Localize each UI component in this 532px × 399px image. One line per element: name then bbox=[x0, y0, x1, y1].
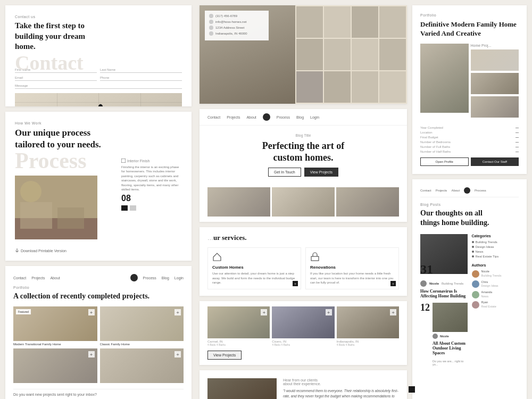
view-projects-btn[interactable]: View Projects bbox=[207, 351, 242, 360]
pf-nav-blog[interactable]: Blog bbox=[296, 115, 304, 119]
open-profile-button[interactable]: Open Profile bbox=[420, 157, 469, 166]
hero-thumb-1[interactable] bbox=[296, 6, 323, 38]
perfecting-date: Blog Title bbox=[210, 134, 396, 137]
hero-thumb-3[interactable] bbox=[352, 6, 378, 38]
hero-thumb-row-3 bbox=[296, 71, 406, 103]
blog-post-2-layout: 12 Nicole All About Custom Outdoor Livin… bbox=[420, 303, 468, 366]
cat-dot-2 bbox=[472, 246, 474, 248]
message-field[interactable]: Message bbox=[15, 84, 182, 89]
hero-thumb-8[interactable] bbox=[379, 39, 406, 70]
nav-process[interactable]: Process bbox=[143, 276, 156, 280]
phone-field[interactable]: Phone bbox=[100, 76, 182, 81]
view-projects-button[interactable]: View Projects bbox=[304, 168, 338, 177]
hero-thumb-5[interactable] bbox=[296, 39, 323, 70]
pf-nav-login[interactable]: Login bbox=[310, 115, 319, 119]
author-info-3: AmandaNews bbox=[481, 290, 493, 298]
blog-label: Blog Posts bbox=[420, 203, 519, 206]
portfolio-item-2[interactable]: + Classic Family Home bbox=[100, 306, 184, 346]
nav-dot-prev[interactable] bbox=[121, 205, 128, 211]
testimonial-card: Hear from our clientsabout their experie… bbox=[200, 370, 407, 399]
portfolio-plus-1[interactable]: + bbox=[88, 309, 95, 315]
contact-staff-button[interactable]: Contact Our Staff bbox=[471, 157, 519, 166]
nav-login[interactable]: Login bbox=[174, 276, 184, 280]
pd-side-img-2 bbox=[471, 73, 519, 94]
pf-nav-projects[interactable]: Projects bbox=[227, 115, 240, 119]
download-link[interactable]: Download Printable Version bbox=[15, 248, 66, 253]
blog-cat-1[interactable]: Building Trends bbox=[472, 240, 519, 244]
get-in-touch-button[interactable]: Get In Touch bbox=[268, 168, 301, 177]
nav-contact[interactable]: Contact bbox=[13, 276, 26, 280]
perfecting-hero: Blog Title Perfecting the art of custom … bbox=[200, 126, 407, 187]
pf-nav-about[interactable]: About bbox=[246, 115, 256, 119]
email-field[interactable]: Email bbox=[15, 76, 97, 81]
service-plus-2[interactable]: + bbox=[390, 281, 396, 286]
hero-thumb-6[interactable] bbox=[324, 39, 351, 70]
portfolio-plus-4[interactable]: + bbox=[174, 351, 181, 358]
portfolio-plus-3[interactable]: + bbox=[88, 351, 95, 358]
nav-about[interactable]: About bbox=[50, 276, 60, 280]
svg-rect-3 bbox=[57, 207, 84, 229]
blog-nav-about[interactable]: About bbox=[451, 189, 460, 192]
blog-nav-process[interactable]: Process bbox=[475, 189, 486, 192]
nav-dot-next[interactable] bbox=[130, 205, 136, 211]
blog-post-title-1: How Coronavirus Is Affecting Home Buildi… bbox=[420, 289, 468, 298]
hero-thumb-11[interactable] bbox=[352, 71, 378, 103]
portfolio-item-4[interactable]: + bbox=[100, 348, 184, 385]
svg-rect-7 bbox=[311, 256, 319, 261]
hero-thumb-7[interactable] bbox=[352, 39, 378, 70]
proj-plus-1[interactable]: + bbox=[261, 309, 267, 315]
portfolio-item-1[interactable]: Featured + Modern Transitional Family Ho… bbox=[13, 306, 97, 346]
pd-location-val: — bbox=[516, 131, 519, 134]
portfolio-item-3[interactable]: + bbox=[13, 348, 97, 385]
pd-spec-bathrooms: Number of Full Baths — bbox=[420, 145, 519, 148]
nav-blog[interactable]: Blog bbox=[162, 276, 169, 280]
blog-cat-3[interactable]: News bbox=[472, 250, 519, 253]
services-top: …ur services. bbox=[207, 234, 399, 242]
blog-nav-projects[interactable]: Projects bbox=[436, 189, 447, 192]
blog-nav-contact[interactable]: Contact bbox=[420, 189, 431, 192]
nav-projects[interactable]: Projects bbox=[31, 276, 45, 280]
hero-thumb-9[interactable] bbox=[296, 71, 323, 103]
blog-author-name-2: Nicole bbox=[440, 335, 449, 338]
blog-post-meta-2: Nicole bbox=[433, 334, 468, 339]
blog-author-name-1: Nicole bbox=[429, 282, 439, 285]
cat-dot-3 bbox=[472, 251, 474, 253]
process-card: How We Work Our unique process tailored … bbox=[5, 112, 192, 261]
blog-cat-2[interactable]: Design Ideas bbox=[472, 245, 519, 248]
author-info-4: RyanReal Estate bbox=[481, 301, 496, 309]
pf-nav-contact[interactable]: Contact bbox=[207, 115, 220, 119]
perf-img-3 bbox=[336, 187, 399, 217]
testimonial-content: Hear from our clientsabout their experie… bbox=[283, 378, 399, 399]
proj-plus-3[interactable]: + bbox=[390, 309, 396, 315]
hero-thumb-12[interactable] bbox=[379, 71, 406, 103]
contact-watermark: Contact bbox=[15, 51, 84, 74]
hero-info-inner: (317) 456-6789 info@hoss-homes.net 1234 … bbox=[209, 14, 264, 36]
blog-sidebar: Categories Building Trends Design Ideas … bbox=[472, 234, 519, 366]
portfolio-plus-2[interactable]: + bbox=[174, 309, 181, 315]
proj-plus-2[interactable]: + bbox=[326, 309, 332, 315]
blog-nav: Contact Projects About Process bbox=[420, 187, 519, 197]
pd-halfbaths-val: — bbox=[516, 150, 519, 153]
last-name-field[interactable]: Last Name bbox=[100, 68, 182, 73]
hero-thumb-4[interactable] bbox=[379, 6, 406, 38]
pd-halfbaths-label: Number of Half Baths bbox=[420, 150, 451, 153]
pf-nav-process[interactable]: Process bbox=[277, 115, 290, 119]
testimonial-label: Hear from our clientsabout their experie… bbox=[283, 378, 399, 386]
service-plus-1[interactable]: + bbox=[293, 281, 298, 286]
hero-thumb-2[interactable] bbox=[324, 6, 351, 38]
blog-heading: Our thoughts on all things home building… bbox=[420, 209, 519, 228]
cat-dot-1 bbox=[472, 241, 474, 243]
blog-cat-4[interactable]: Real Estate Tips bbox=[472, 255, 519, 258]
hero-thumb-10[interactable] bbox=[324, 71, 351, 103]
proj-item-1: + Carmel, IN 4 Beds 4 Baths bbox=[207, 306, 270, 346]
author-info-2: ChrisDesign Ideas bbox=[481, 280, 498, 288]
contact-card: Contact us Take the first step to buildi… bbox=[5, 5, 192, 106]
proj-details-2: 4 Beds 4 Baths bbox=[272, 343, 334, 346]
author-avatar-4 bbox=[472, 301, 479, 309]
portfolio-detail-card: Portfolio Definitive Modern Family Home … bbox=[412, 5, 527, 174]
hero-main-image: (317) 456-6789 info@hoss-homes.net 1234 … bbox=[200, 5, 295, 104]
testimonial-quote: "I would recommend them to everyone. The… bbox=[283, 388, 399, 399]
service-custom-homes: Custom Homes Use our attention to detail… bbox=[207, 247, 301, 289]
portfolio-grid: Featured + Modern Transitional Family Ho… bbox=[13, 306, 184, 385]
pd-spec-location: Location — bbox=[420, 131, 519, 134]
